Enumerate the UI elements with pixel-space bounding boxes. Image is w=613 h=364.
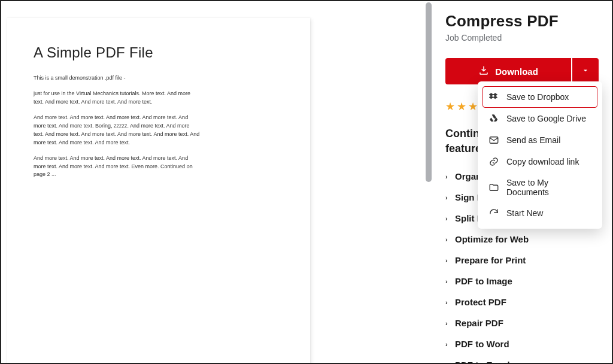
chevron-right-icon: › bbox=[445, 299, 449, 306]
star-icon: ★ bbox=[468, 100, 478, 113]
chevron-right-icon: › bbox=[445, 173, 449, 180]
feature-item-label: Optimize for Web bbox=[455, 234, 529, 244]
preview-scrollbar-thumb[interactable] bbox=[426, 2, 432, 182]
feature-item-label: Protect PDF bbox=[455, 297, 506, 307]
menu-item-label: Send as Email bbox=[506, 135, 560, 145]
feature-item-label: PDF to Excel bbox=[455, 360, 510, 364]
pdf-paragraph: This is a small demonstration .pdf file … bbox=[34, 74, 201, 83]
download-button-label: Download bbox=[495, 66, 538, 77]
chevron-right-icon: › bbox=[445, 257, 449, 264]
menu-item-label: Save to Dropbox bbox=[506, 92, 569, 102]
envelope-icon bbox=[488, 135, 499, 145]
menu-item-link[interactable]: Copy download link bbox=[482, 151, 597, 172]
chevron-right-icon: › bbox=[445, 278, 449, 285]
pdf-page: A Simple PDF File This is a small demons… bbox=[7, 18, 310, 363]
feature-item[interactable]: ›Repair PDF bbox=[445, 313, 599, 333]
chevron-right-icon: › bbox=[445, 236, 449, 243]
pdf-paragraph: And more text. And more text. And more t… bbox=[34, 154, 201, 180]
refresh-icon bbox=[488, 208, 499, 219]
menu-item-label: Start New bbox=[506, 208, 543, 218]
chevron-right-icon: › bbox=[445, 341, 449, 348]
download-button[interactable]: Download bbox=[445, 58, 571, 84]
chevron-right-icon: › bbox=[445, 362, 449, 364]
download-dropdown-menu: Save to DropboxSave to Google DriveSend … bbox=[478, 81, 602, 229]
sidebar: Compress PDF Job Completed Download ★ ★ bbox=[432, 1, 612, 363]
continue-heading-line: Contin bbox=[445, 128, 480, 139]
pdf-paragraph: And more text. And more text. And more t… bbox=[34, 114, 201, 147]
chevron-right-icon: › bbox=[445, 320, 449, 327]
download-icon bbox=[478, 65, 489, 78]
feature-item[interactable]: ›Prepare for Print bbox=[445, 250, 599, 271]
menu-item-refresh[interactable]: Start New bbox=[482, 202, 597, 224]
menu-item-envelope[interactable]: Send as Email bbox=[482, 129, 597, 151]
chevron-right-icon: › bbox=[445, 215, 449, 222]
feature-item[interactable]: ›PDF to Image bbox=[445, 271, 599, 292]
feature-item-label: PDF to Word bbox=[455, 339, 509, 349]
pdf-page-title: A Simple PDF File bbox=[34, 44, 286, 61]
menu-item-label: Save to My Documents bbox=[506, 178, 591, 197]
continue-heading-line: feature bbox=[445, 142, 481, 154]
pdf-paragraph: just for use in the Virtual Mechanics tu… bbox=[34, 90, 201, 107]
menu-item-folder[interactable]: Save to My Documents bbox=[482, 172, 597, 202]
page-title: Compress PDF bbox=[445, 12, 599, 31]
menu-item-google-drive[interactable]: Save to Google Drive bbox=[482, 108, 597, 129]
dropbox-icon bbox=[488, 92, 499, 102]
feature-item[interactable]: ›Protect PDF bbox=[445, 292, 599, 313]
link-icon bbox=[488, 156, 499, 167]
download-menu-toggle[interactable] bbox=[572, 58, 599, 84]
chevron-right-icon: › bbox=[445, 194, 449, 201]
preview-scrollbar[interactable] bbox=[424, 1, 432, 363]
caret-down-icon bbox=[582, 66, 589, 77]
feature-item[interactable]: ›Optimize for Web bbox=[445, 229, 599, 250]
feature-item[interactable]: ›PDF to Excel bbox=[445, 354, 599, 364]
star-icon: ★ bbox=[457, 100, 466, 113]
google-drive-icon bbox=[488, 113, 499, 124]
star-icon: ★ bbox=[445, 100, 455, 113]
menu-item-label: Save to Google Drive bbox=[506, 114, 586, 123]
job-status: Job Completed bbox=[445, 33, 599, 43]
feature-item[interactable]: ›PDF to Word bbox=[445, 333, 599, 354]
menu-item-dropbox[interactable]: Save to Dropbox bbox=[482, 86, 597, 108]
folder-icon bbox=[488, 182, 499, 193]
feature-item-label: Prepare for Print bbox=[455, 255, 526, 265]
feature-item-label: PDF to Image bbox=[455, 276, 512, 286]
feature-item-label: Repair PDF bbox=[455, 318, 503, 328]
pdf-preview-pane: A Simple PDF File This is a small demons… bbox=[1, 1, 432, 363]
menu-item-label: Copy download link bbox=[506, 157, 579, 166]
